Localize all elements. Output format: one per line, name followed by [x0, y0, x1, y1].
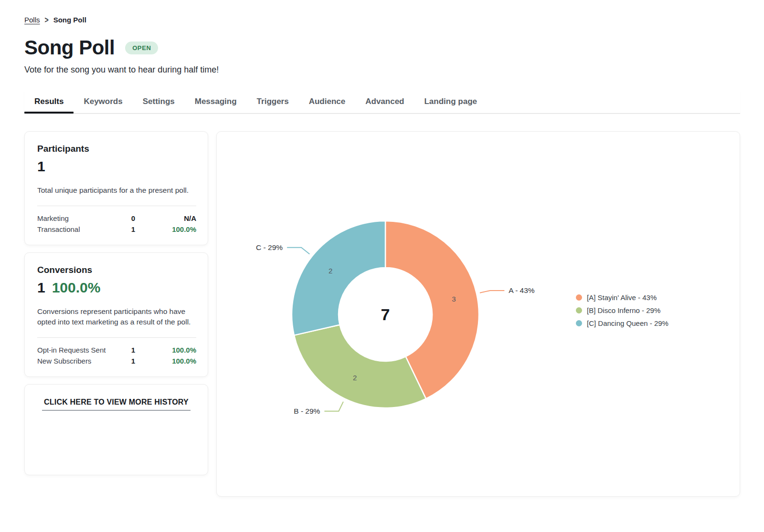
legend-label: [B] Disco Inferno - 29%: [587, 306, 660, 314]
legend-item-B: [B] Disco Inferno - 29%: [576, 306, 668, 314]
tab-advanced[interactable]: Advanced: [355, 91, 414, 113]
results-chart-card: 3A - 43%2B - 29%2C - 29%7 [A] Stayin' Al…: [216, 131, 740, 497]
legend-dot-icon: [576, 320, 582, 326]
stat-row-label: Marketing: [37, 213, 123, 223]
conversions-card: Conversions 1 100.0% Conversions represe…: [24, 252, 208, 377]
stat-row: Opt-in Requests Sent1100.0%: [37, 345, 196, 355]
slice-callout-line-C: [287, 248, 309, 254]
tab-landing-page[interactable]: Landing page: [414, 91, 487, 113]
stat-row-percent: 100.0%: [144, 345, 196, 355]
stat-row: Transactional1100.0%: [37, 224, 196, 234]
slice-callout-line-B: [324, 402, 343, 411]
conversions-percent: 100.0%: [52, 280, 101, 296]
legend-item-A: [A] Stayin' Alive - 43%: [576, 293, 668, 302]
stat-row-count: 0: [123, 213, 144, 223]
stat-row-count: 1: [123, 224, 144, 234]
donut-slice-C[interactable]: [292, 221, 385, 335]
conversions-description: Conversions represent participants who h…: [37, 306, 196, 327]
tab-bar: ResultsKeywordsSettingsMessagingTriggers…: [24, 91, 740, 114]
stat-row-count: 1: [123, 356, 144, 366]
divider: [37, 337, 196, 338]
page-header: Song Poll OPEN: [24, 36, 740, 59]
breadcrumb-polls-link[interactable]: Polls: [24, 16, 40, 24]
participants-description: Total unique participants for a the pres…: [37, 185, 196, 196]
view-more-history-button[interactable]: CLICK HERE TO VIEW MORE HISTORY: [42, 398, 191, 411]
slice-value-A: 3: [452, 295, 456, 303]
stat-row-percent: 100.0%: [144, 356, 196, 366]
stat-row-count: 1: [123, 345, 144, 355]
history-card: CLICK HERE TO VIEW MORE HISTORY: [24, 384, 208, 475]
poll-description: Vote for the song you want to hear durin…: [24, 65, 740, 75]
status-badge: OPEN: [125, 42, 158, 54]
poll-results-page: Polls > Song Poll Song Poll OPEN Vote fo…: [0, 0, 764, 516]
slice-value-C: 2: [329, 267, 332, 275]
tab-keywords[interactable]: Keywords: [74, 91, 132, 113]
chart-legend: [A] Stayin' Alive - 43%[B] Disco Inferno…: [576, 293, 668, 327]
stat-row: Marketing0N/A: [37, 213, 196, 223]
participants-card: Participants 1 Total unique participants…: [24, 131, 208, 245]
tab-settings[interactable]: Settings: [133, 91, 185, 113]
slice-value-B: 2: [353, 374, 357, 382]
stat-row-label: Transactional: [37, 224, 123, 234]
divider: [37, 206, 196, 206]
tab-results[interactable]: Results: [24, 91, 74, 113]
stats-column: Participants 1 Total unique participants…: [24, 131, 208, 475]
legend-label: [C] Dancing Queen - 29%: [587, 319, 668, 327]
slice-callout-label-C: C - 29%: [256, 243, 283, 251]
tab-triggers[interactable]: Triggers: [247, 91, 299, 113]
conversions-card-title: Conversions: [37, 265, 196, 275]
tab-messaging[interactable]: Messaging: [185, 91, 247, 113]
slice-callout-label-A: A - 43%: [509, 286, 534, 294]
stat-row-label: New Subscribers: [37, 356, 123, 366]
slice-callout-line-A: [480, 291, 504, 293]
legend-label: [A] Stayin' Alive - 43%: [587, 293, 657, 302]
content-area: Participants 1 Total unique participants…: [24, 131, 740, 497]
legend-item-C: [C] Dancing Queen - 29%: [576, 319, 668, 327]
conversions-total: 1: [37, 280, 45, 296]
slice-callout-label-B: B - 29%: [294, 407, 320, 415]
tab-audience[interactable]: Audience: [299, 91, 356, 113]
stat-row-label: Opt-in Requests Sent: [37, 345, 123, 355]
participants-breakdown: Marketing0N/ATransactional1100.0%: [37, 213, 196, 234]
breadcrumb: Polls > Song Poll: [24, 16, 740, 24]
legend-dot-icon: [576, 307, 582, 313]
participants-total: 1: [37, 158, 45, 175]
donut-slice-B[interactable]: [294, 325, 426, 408]
participants-card-title: Participants: [37, 144, 196, 154]
conversions-breakdown: Opt-in Requests Sent1100.0%New Subscribe…: [37, 345, 196, 366]
chevron-right-icon: >: [45, 15, 49, 25]
page-title: Song Poll: [24, 36, 115, 59]
stat-row-percent: N/A: [144, 213, 196, 223]
legend-dot-icon: [576, 294, 582, 301]
stat-row: New Subscribers1100.0%: [37, 356, 196, 366]
stat-row-percent: 100.0%: [144, 224, 196, 234]
donut-center-total: 7: [381, 305, 390, 323]
breadcrumb-current: Song Poll: [53, 16, 86, 24]
